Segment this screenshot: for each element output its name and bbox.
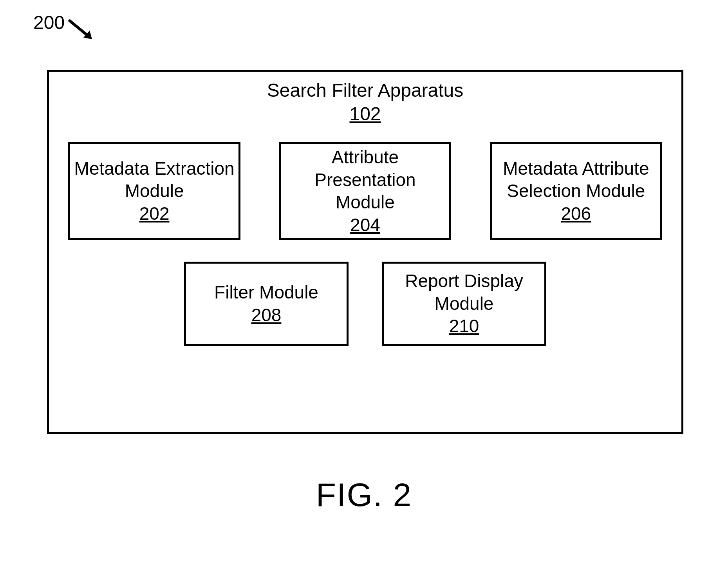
arrow-icon <box>68 19 99 46</box>
module-ref: 208 <box>251 304 282 327</box>
module-ref: 206 <box>561 203 591 225</box>
module-report-display: Report Display Module 210 <box>382 262 546 346</box>
figure-ref-number: 200 <box>33 12 65 33</box>
module-row-2: Filter Module 208 Report Display Module … <box>49 262 681 360</box>
figure-caption: FIG. 2 <box>0 476 728 514</box>
container-header: Search Filter Apparatus 102 <box>49 79 681 126</box>
module-metadata-extraction: Metadata Extraction Module 202 <box>68 142 240 240</box>
module-row-1: Metadata Extraction Module 202 Attribute… <box>49 142 681 240</box>
module-attribute-presentation: Attribute Presentation Module 204 <box>279 142 451 240</box>
container-ref: 102 <box>49 102 681 126</box>
module-ref: 202 <box>139 203 170 225</box>
module-title: Attribute Presentation Module <box>285 146 445 214</box>
module-title: Filter Module <box>214 281 318 304</box>
module-title: Report Display Module <box>388 270 540 315</box>
svg-line-0 <box>70 21 87 35</box>
module-ref: 204 <box>350 214 380 237</box>
module-metadata-attribute-selection: Metadata Attribute Selection Module 206 <box>490 142 662 240</box>
figure-canvas: 200 Search Filter Apparatus 102 Metadata… <box>0 0 728 586</box>
module-ref: 210 <box>449 315 479 338</box>
module-title: Metadata Attribute Selection Module <box>496 157 656 203</box>
module-filter: Filter Module 208 <box>184 262 349 346</box>
module-title: Metadata Extraction Module <box>74 157 235 203</box>
container-box: Search Filter Apparatus 102 Metadata Ext… <box>47 70 683 434</box>
figure-ref-label: 200 <box>33 12 99 46</box>
container-title: Search Filter Apparatus <box>49 79 681 102</box>
